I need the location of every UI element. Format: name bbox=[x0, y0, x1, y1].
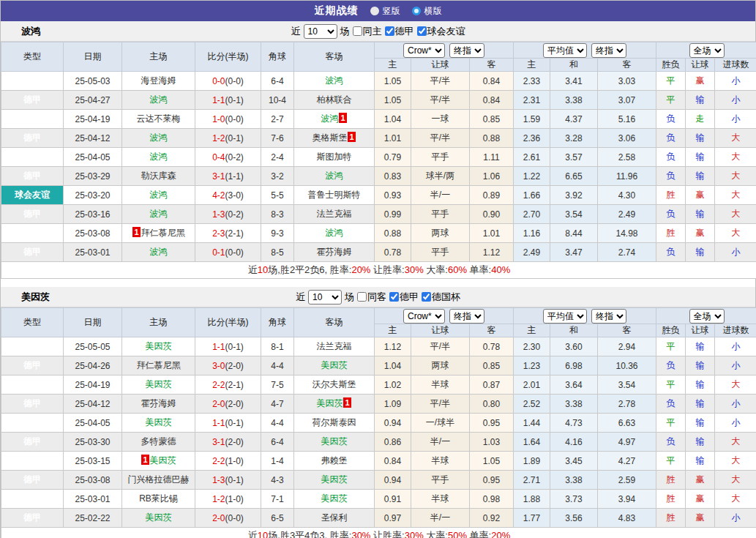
team-name[interactable]: 门兴格拉德巴赫 bbox=[128, 474, 190, 485]
team-name[interactable]: 霍芬海姆 bbox=[141, 398, 176, 408]
col-avg-guest: 客 bbox=[598, 324, 656, 337]
odds-handicap: 半球 bbox=[411, 490, 470, 509]
col-away: 客场 bbox=[294, 42, 375, 72]
cup-checkbox[interactable] bbox=[422, 292, 431, 302]
team-name[interactable]: 奥格斯堡 bbox=[312, 132, 347, 143]
radio-on-icon[interactable] bbox=[412, 7, 421, 15]
final-odds-select[interactable]: 终指 bbox=[591, 309, 626, 324]
team-name[interactable]: 波鸿 bbox=[150, 190, 168, 200]
league-checkbox[interactable] bbox=[389, 292, 399, 302]
odds-provider-select[interactable]: Crow* bbox=[403, 309, 445, 324]
team-name[interactable]: 波鸿 bbox=[150, 132, 168, 143]
radio-off-icon[interactable] bbox=[370, 7, 379, 15]
avg-home: 1.44 bbox=[514, 414, 550, 433]
team-name[interactable]: 美因茨 bbox=[321, 493, 348, 504]
score-cell: 2-0(0-0) bbox=[195, 509, 261, 528]
odds-provider-select[interactable]: Crow* bbox=[403, 43, 445, 58]
team-name[interactable]: 沃尔夫斯堡 bbox=[312, 379, 356, 389]
league-checkbox[interactable] bbox=[385, 26, 394, 36]
match-scope-select[interactable]: 全场 bbox=[689, 43, 725, 58]
team-name[interactable]: 拜仁慕尼黑 bbox=[141, 228, 185, 238]
team-name[interactable]: 美因茨 bbox=[146, 512, 172, 523]
final-odds-select[interactable]: 终指 bbox=[449, 43, 484, 58]
avg-away: 2.74 bbox=[598, 243, 656, 262]
col-wdl: 胜负 bbox=[656, 324, 686, 337]
team-name[interactable]: 法兰克福 bbox=[317, 209, 352, 219]
friendly-filter[interactable]: 球会友谊 bbox=[417, 25, 465, 38]
match-scope-select[interactable]: 全场 bbox=[689, 309, 725, 324]
team-name[interactable]: 美因茨 bbox=[321, 474, 348, 485]
odds-home: 0.99 bbox=[375, 205, 411, 224]
team-name[interactable]: 波鸿 bbox=[326, 171, 343, 181]
final-odds-select[interactable]: 终指 bbox=[449, 309, 484, 324]
team-name[interactable]: 美因茨 bbox=[146, 417, 172, 427]
team-name[interactable]: 波鸿 bbox=[150, 209, 168, 219]
away-team-cell: 波鸿1 bbox=[294, 110, 375, 129]
summary-text: 近10场,胜3平4负3, 胜率:30% 让胜率:30% 大率:50% 单率:20… bbox=[1, 528, 756, 538]
team-name[interactable]: 勒沃库森 bbox=[141, 171, 176, 181]
team-name[interactable]: 波鸿 bbox=[150, 247, 168, 257]
team-name[interactable]: 波鸿 bbox=[326, 75, 343, 86]
team-name[interactable]: 美因茨 bbox=[321, 436, 348, 447]
team-name[interactable]: 柏林联合 bbox=[317, 94, 352, 105]
team-name[interactable]: 美因茨 bbox=[150, 455, 176, 466]
team-name[interactable]: 多特蒙德 bbox=[141, 436, 176, 447]
recent-count-select[interactable]: 10 bbox=[308, 290, 342, 305]
team-name[interactable]: 荷尔斯泰因 bbox=[312, 417, 356, 427]
team-name[interactable]: 美因茨 bbox=[146, 379, 172, 389]
league-filter[interactable]: 德甲 bbox=[385, 25, 414, 38]
team-name[interactable]: 霍芬海姆 bbox=[317, 247, 352, 257]
same-venue-checkbox[interactable] bbox=[357, 292, 367, 302]
avg-home: 1.16 bbox=[514, 224, 550, 243]
same-venue-filter[interactable]: 同主 bbox=[353, 25, 382, 38]
odds-away: 0.90 bbox=[470, 205, 514, 224]
team-name[interactable]: 云达不莱梅 bbox=[137, 113, 181, 124]
team-name[interactable]: 波鸿 bbox=[326, 228, 343, 238]
team-name[interactable]: 波鸿 bbox=[150, 94, 168, 105]
team-name[interactable]: 圣保利 bbox=[321, 512, 348, 523]
same-venue-checkbox[interactable] bbox=[353, 26, 362, 36]
team-name[interactable]: 波鸿 bbox=[150, 152, 168, 162]
team-name[interactable]: 美因茨 bbox=[316, 398, 343, 408]
red-card-badge: 1 bbox=[348, 132, 355, 142]
team-name[interactable]: 法兰克福 bbox=[317, 341, 352, 351]
team-name[interactable]: 弗赖堡 bbox=[321, 455, 348, 466]
match-date: 25-03-01 bbox=[64, 243, 122, 262]
away-team-cell: 圣保利 bbox=[294, 509, 375, 528]
avg-home: 1.22 bbox=[514, 167, 550, 186]
cup-filter[interactable]: 德国杯 bbox=[422, 291, 460, 304]
avg-draw: 3.47 bbox=[550, 243, 598, 262]
match-row: 德甲25-03-30多特蒙德3-1(2-0)6-4美因茨0.86半/一1.031… bbox=[1, 433, 756, 452]
recent-count-select[interactable]: 10 bbox=[304, 24, 337, 39]
odds-handicap: 平/半 bbox=[411, 337, 470, 356]
team-name[interactable]: 美因茨 bbox=[146, 341, 172, 351]
final-odds-select[interactable]: 终指 bbox=[591, 43, 626, 58]
team-name[interactable]: 波鸿 bbox=[321, 113, 338, 124]
result-group-header: 全场 bbox=[656, 42, 756, 59]
odds-away: 1.11 bbox=[470, 148, 514, 167]
layout-option-vertical[interactable]: 竖版 bbox=[370, 5, 400, 18]
league-filter[interactable]: 德甲 bbox=[389, 291, 419, 304]
friendly-checkbox[interactable] bbox=[417, 26, 427, 36]
team-name[interactable]: 普鲁士明斯特 bbox=[308, 190, 361, 200]
col-score: 比分(半场) bbox=[195, 308, 261, 337]
match-row: 德甲25-04-19云达不莱梅1-0(0-0)2-7波鸿11.04一球0.851… bbox=[1, 110, 756, 129]
score-cell: 1-1(0-1) bbox=[195, 91, 261, 110]
average-odds-select[interactable]: 平均值 bbox=[543, 309, 587, 324]
match-row: 德甲25-03-16波鸿1-3(0-2)8-3法兰克福0.99平手0.902.7… bbox=[1, 205, 756, 224]
result-handicap: 输 bbox=[686, 243, 715, 262]
team-name[interactable]: 斯图加特 bbox=[317, 152, 352, 162]
team-name[interactable]: RB莱比锡 bbox=[139, 493, 178, 504]
average-odds-select[interactable]: 平均值 bbox=[543, 43, 587, 58]
match-date: 25-03-20 bbox=[64, 186, 122, 205]
result-handicap: 输 bbox=[686, 91, 715, 110]
layout-option-horizontal[interactable]: 横版 bbox=[412, 5, 442, 18]
team-name[interactable]: 海登海姆 bbox=[141, 75, 176, 86]
team-name[interactable]: 美因茨 bbox=[321, 360, 348, 370]
odds-away: 0.95 bbox=[470, 471, 514, 490]
odds-handicap: 平/半 bbox=[411, 72, 470, 91]
summary-part: 30% bbox=[351, 530, 370, 538]
match-date: 25-04-12 bbox=[64, 395, 122, 414]
same-venue-filter[interactable]: 同客 bbox=[357, 291, 386, 304]
team-name[interactable]: 拜仁慕尼黑 bbox=[137, 360, 181, 370]
